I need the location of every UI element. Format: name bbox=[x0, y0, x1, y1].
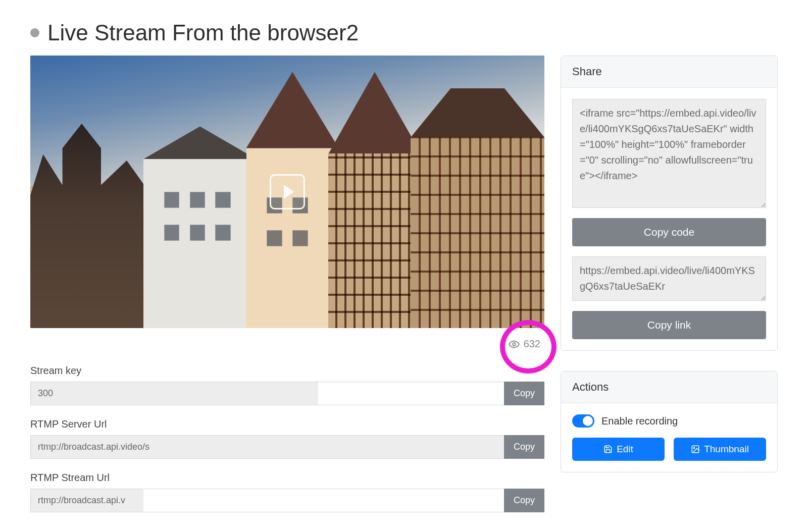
copy-code-button[interactable]: Copy code bbox=[572, 218, 766, 246]
svg-point-0 bbox=[513, 343, 516, 346]
share-link-textarea[interactable] bbox=[572, 256, 766, 301]
play-button-icon[interactable] bbox=[270, 174, 305, 209]
input-spacer bbox=[143, 489, 504, 512]
copy-rtmp-stream-button[interactable]: Copy bbox=[504, 489, 544, 512]
video-preview[interactable] bbox=[30, 56, 544, 328]
actions-panel: Actions Enable recording Edit bbox=[561, 371, 778, 472]
status-dot-icon bbox=[30, 28, 39, 37]
copy-link-button[interactable]: Copy link bbox=[572, 311, 766, 339]
views-count: 632 bbox=[524, 338, 540, 350]
copy-rtmp-server-button[interactable]: Copy bbox=[504, 435, 544, 459]
edit-button[interactable]: Edit bbox=[572, 438, 665, 461]
stream-key-block: Stream key Copy bbox=[30, 365, 544, 405]
rtmp-stream-block: RTMP Stream Url Copy bbox=[30, 472, 544, 512]
share-panel-title: Share bbox=[561, 56, 777, 88]
svg-point-2 bbox=[693, 447, 694, 448]
page-title: Live Stream From the browser2 bbox=[47, 20, 359, 45]
image-icon bbox=[691, 445, 700, 454]
thumbnail-button[interactable]: Thumbnail bbox=[674, 438, 766, 461]
rtmp-server-block: RTMP Server Url Copy bbox=[30, 418, 544, 459]
edit-button-label: Edit bbox=[617, 444, 633, 455]
thumbnail-button-label: Thumbnail bbox=[704, 444, 749, 455]
save-icon bbox=[603, 445, 613, 454]
share-panel: Share Copy code Copy link bbox=[561, 56, 778, 351]
views-row: 632 bbox=[30, 328, 544, 352]
page-header: Live Stream From the browser2 bbox=[30, 20, 778, 45]
input-spacer bbox=[318, 382, 504, 405]
eye-icon bbox=[509, 339, 520, 350]
stream-key-input[interactable] bbox=[30, 382, 318, 405]
enable-recording-toggle[interactable] bbox=[572, 414, 594, 428]
rtmp-stream-input[interactable] bbox=[30, 489, 143, 512]
rtmp-server-input[interactable] bbox=[30, 435, 504, 459]
copy-stream-key-button[interactable]: Copy bbox=[504, 382, 544, 405]
stream-key-label: Stream key bbox=[30, 365, 544, 377]
enable-recording-label: Enable recording bbox=[601, 415, 678, 427]
rtmp-stream-label: RTMP Stream Url bbox=[30, 472, 544, 484]
actions-panel-title: Actions bbox=[561, 371, 777, 403]
rtmp-server-label: RTMP Server Url bbox=[30, 418, 544, 430]
embed-code-textarea[interactable] bbox=[572, 99, 766, 208]
